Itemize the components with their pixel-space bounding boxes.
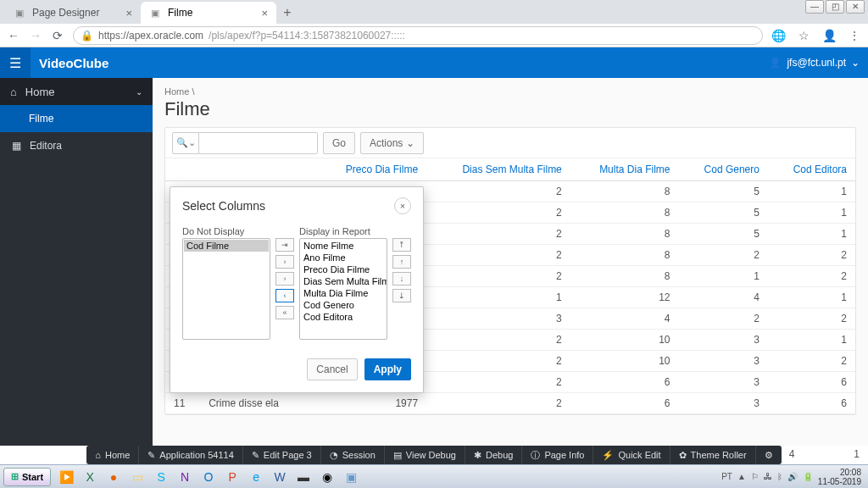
column-header[interactable]: Dias Sem Multa Filme <box>426 158 570 181</box>
url-host: https://apex.oracle.com <box>98 30 203 42</box>
star-icon[interactable]: ☆ <box>797 29 810 42</box>
tray-battery-icon[interactable]: 🔋 <box>803 472 813 481</box>
sidebar-head-home[interactable]: ⌂ Home ⌄ <box>0 78 153 105</box>
window-minimize-button[interactable]: — <box>805 0 824 14</box>
taskbar-cmd-icon[interactable]: ▬ <box>293 467 314 487</box>
menu-icon[interactable]: ⋮ <box>848 29 861 42</box>
taskbar-ie-icon[interactable]: e <box>246 467 266 487</box>
hamburger-button[interactable]: ☰ <box>0 47 31 78</box>
browser-tab-0[interactable]: ▣ Page Designer × <box>5 2 141 24</box>
devbar-edit-page-3[interactable]: ✎Edit Page 3 <box>243 446 321 464</box>
dialog-close-button[interactable]: × <box>394 197 411 214</box>
lock-icon: 🔒 <box>81 30 93 42</box>
search-menu-button[interactable]: 🔍⌄ <box>172 132 199 154</box>
reload-icon[interactable]: ⟳ <box>51 29 64 42</box>
devbar-view-debug[interactable]: ▤View Debug <box>385 446 465 464</box>
translate-icon[interactable]: 🌐 <box>771 29 785 42</box>
devbar-application-54114[interactable]: ✎Application 54114 <box>139 446 242 464</box>
taskbar-onenote-icon[interactable]: N <box>175 467 195 487</box>
tray-clock[interactable]: 20:08 11-05-2019 <box>818 468 861 486</box>
taskbar-skype-icon[interactable]: S <box>151 467 171 487</box>
actions-button[interactable]: Actions⌄ <box>360 132 424 154</box>
move-all-left-button[interactable]: « <box>275 306 294 319</box>
cell: 4 <box>570 308 679 330</box>
column-header[interactable]: Cod Editora <box>768 158 855 181</box>
move-left-button[interactable]: › <box>275 272 294 286</box>
tray-volume-icon[interactable]: 🔊 <box>787 472 798 481</box>
column-header[interactable]: Multa Dia Filme <box>570 158 679 181</box>
tray-date: 11-05-2019 <box>818 477 861 486</box>
move-bottom-button[interactable]: ⤓ <box>392 289 411 302</box>
windows-icon: ⊞ <box>11 471 19 482</box>
column-header[interactable] <box>200 158 316 181</box>
tray-lang[interactable]: PT <box>721 472 732 481</box>
cell: 10 <box>570 351 679 372</box>
devbar-label: Debug <box>486 450 513 460</box>
taskbar-explorer-icon[interactable]: ▭ <box>127 467 147 487</box>
shuttle-option[interactable]: Preco Dia Filme <box>301 263 386 275</box>
cell: 12 <box>570 287 679 308</box>
new-tab-button[interactable]: + <box>276 2 298 24</box>
taskbar-app-icon[interactable]: ▣ <box>341 467 361 487</box>
apply-button[interactable]: Apply <box>364 358 411 380</box>
taskbar-firefox-icon[interactable]: ● <box>103 467 124 487</box>
shuttle-right-list[interactable]: Nome FilmeAno FilmePreco Dia FilmeDias S… <box>299 238 387 340</box>
account-icon[interactable]: 👤 <box>822 29 836 42</box>
shuttle-left-list[interactable]: Cod Filme <box>182 238 270 340</box>
move-up-button[interactable]: ↑ <box>392 255 411 269</box>
tray-bluetooth-icon[interactable]: ᛒ <box>777 472 782 481</box>
column-header[interactable]: Cod Genero <box>678 158 767 181</box>
taskbar-outlook-icon[interactable]: O <box>198 467 219 487</box>
start-button[interactable]: ⊞ Start <box>3 468 51 486</box>
window-maximize-button[interactable]: ◰ <box>826 0 844 14</box>
close-icon[interactable]: × <box>125 7 132 19</box>
taskbar-word-icon[interactable]: W <box>270 467 290 487</box>
cell: 2 <box>678 245 767 266</box>
devbar-debug[interactable]: ✱Debug <box>465 446 522 464</box>
forward-icon[interactable]: → <box>29 29 42 42</box>
move-all-right-button[interactable]: ⇥ <box>275 238 294 252</box>
shuttle-option[interactable]: Cod Genero <box>301 299 386 311</box>
cell: 5 <box>678 224 767 245</box>
shuttle-option[interactable]: Cod Filme <box>184 240 269 252</box>
taskbar-chrome-icon[interactable]: ◉ <box>317 467 337 487</box>
devbar-quick-edit[interactable]: ⚡Quick Edit <box>593 446 670 464</box>
move-down-button[interactable]: ↓ <box>392 272 411 286</box>
devbar-gear[interactable]: ⚙ <box>756 446 782 464</box>
column-header[interactable]: Preco Dia Filme <box>316 158 426 181</box>
move-right-button[interactable]: › <box>275 255 294 269</box>
go-button[interactable]: Go <box>323 132 355 154</box>
browser-tab-1[interactable]: ▣ Filme × <box>141 2 276 24</box>
chevron-down-icon: ⌄ <box>136 87 142 97</box>
shuttle-option[interactable]: Nome Filme <box>301 240 386 252</box>
back-icon[interactable]: ← <box>7 29 20 42</box>
sidebar-item-filme[interactable]: Filme <box>0 105 153 132</box>
devbar-page-info[interactable]: ⓘPage Info <box>522 446 593 464</box>
close-icon[interactable]: × <box>261 7 268 19</box>
tray-flag-icon[interactable]: ⚐ <box>751 472 759 481</box>
window-close-button[interactable]: ✕ <box>846 0 865 14</box>
move-top-button[interactable]: ⤒ <box>392 238 411 252</box>
devbar-theme-roller[interactable]: ✿Theme Roller <box>670 446 756 464</box>
devbar-home[interactable]: ⌂Home <box>86 446 139 464</box>
shuttle-option[interactable]: Cod Editora <box>301 311 386 323</box>
user-menu[interactable]: 👤 jfs@fct.unl.pt ⌄ <box>769 57 860 69</box>
tray-chevron-up-icon[interactable]: ▲ <box>737 472 746 481</box>
shuttle-option[interactable]: Multa Dia Filme <box>301 287 386 299</box>
move-left-button-highlighted[interactable]: ‹ <box>275 289 294 302</box>
cell: 5 <box>678 181 767 202</box>
address-bar[interactable]: 🔒 https://apex.oracle.com/pls/apex/f?p=5… <box>73 26 763 45</box>
cell: 2 <box>768 351 855 372</box>
taskbar-powerpoint-icon[interactable]: P <box>222 467 242 487</box>
taskbar-excel-icon[interactable]: X <box>80 467 100 487</box>
sidebar-item-editora[interactable]: ▦ Editora <box>0 132 153 159</box>
cancel-button[interactable]: Cancel <box>307 358 357 380</box>
search-input[interactable] <box>199 132 318 154</box>
shuttle-option[interactable]: Ano Filme <box>301 252 386 263</box>
taskbar-media-icon[interactable]: ▶️ <box>56 467 76 487</box>
devbar-icon: ⚙ <box>765 450 773 461</box>
devbar-session[interactable]: ◔Session <box>321 446 385 464</box>
tray-network-icon[interactable]: 🖧 <box>764 472 772 481</box>
column-header[interactable] <box>165 158 200 181</box>
shuttle-option[interactable]: Dias Sem Multa Filme <box>301 275 386 287</box>
